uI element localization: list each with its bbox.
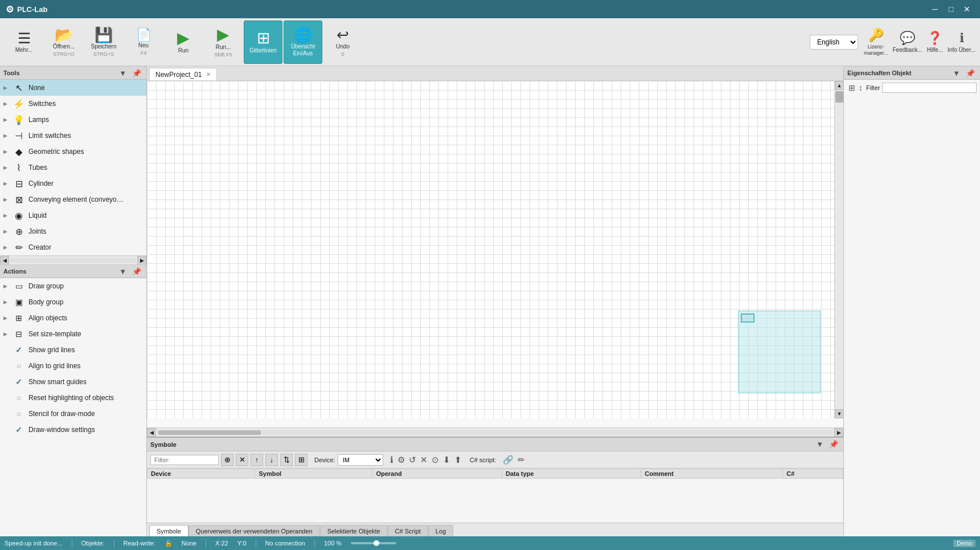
hscroll-right[interactable]: ▶ [834,428,843,437]
sym-device-select[interactable]: IM CPU IO [338,454,383,466]
right-panel-collapse[interactable]: ▼ [951,68,962,78]
undo-button[interactable]: ↩ Undo 0 [323,21,362,64]
tool-item-conveying[interactable]: ▶ ⊠ Conveying element (conveyor belt, ai… [0,192,146,207]
tool-item-none[interactable]: ▶ ↖ None [0,80,146,96]
btab-querverweis[interactable]: Querverweis der verwendeten Operanden [188,525,320,536]
tool-item-cylinder[interactable]: ▶ ⊟ Cylinder [0,176,146,192]
info-button[interactable]: ℹ Info Über... [948,31,975,53]
gitterlinien-button[interactable]: ⊞ Gitterlinien [244,21,282,64]
zoom-slider [351,542,396,544]
tools-collapse-button[interactable]: ▼ [117,68,128,78]
prop-sort-icons: ⊞ ↕ [847,82,864,93]
tool-item-creator[interactable]: ▶ ✏ Creator [0,239,146,255]
speichern-button[interactable]: 💾 Speichern STRG+S [84,21,123,64]
oeffnen-button[interactable]: 📂 Öffnen... STRG+O [44,21,83,64]
sym-sort-button[interactable]: ⇅ [280,454,293,466]
uebersicht-button[interactable]: 🌐 Übersicht Ein/Aus [284,21,322,64]
action-align-objects[interactable]: ▶ ⊞ Align objects [0,310,146,326]
canvas-tab-close[interactable]: ✕ [206,71,211,78]
language-selector[interactable]: English Deutsch Français Español [810,35,858,50]
sym-cancel-icon[interactable]: ✕ [419,454,429,466]
hscroll-thumb[interactable] [158,430,261,435]
sym-settings2-icon[interactable]: ⊙ [430,454,440,466]
action-show-smart[interactable]: Show smart guides [0,374,146,390]
run-button[interactable]: ▶ Run [164,21,203,64]
tools-hscroll-track[interactable] [10,258,136,263]
lizenz-button[interactable]: 🔑 Lizenz-manager... [864,28,888,56]
minimize-button[interactable]: ─ [928,2,942,17]
symbole-pin-button[interactable]: 📌 [827,439,840,449]
symbole-collapse-button[interactable]: ▼ [814,439,825,449]
vscroll-down[interactable]: ▼ [835,409,843,418]
sym-down-button[interactable]: ↓ [265,454,278,466]
canvas-container[interactable]: ▲ ▼ [147,81,843,427]
btab-log[interactable]: Log [428,525,453,536]
tool-item-tubes[interactable]: ▶ ⌇ Tubes [0,160,146,176]
action-align-grid[interactable]: Align to grid lines [0,358,146,374]
action-draw-window[interactable]: Draw-window settings [0,422,146,438]
run-icon: ▶ [177,30,190,46]
sym-refresh-icon[interactable]: ↺ [408,454,417,466]
tools-hscroll-left[interactable]: ◀ [0,256,9,265]
tool-item-geometric-shapes[interactable]: ▶ ◆ Geometric shapes [0,144,146,160]
btab-cscript[interactable]: C# Script [388,525,428,536]
speichern-shortcut: STRG+S [93,51,114,57]
vscroll-up[interactable]: ▲ [835,81,843,90]
action-reset-highlight[interactable]: Reset highlighting of objects [0,390,146,406]
hilfe-button[interactable]: ❓ Hilfe... [927,31,943,53]
symbole-title: Symbole [150,441,177,448]
cscript-link-icon[interactable]: 🔗 [502,454,515,466]
mehr-button[interactable]: ☰ Mehr... [5,21,43,64]
sym-up-button[interactable]: ↑ [251,454,263,466]
actions-collapse-button[interactable]: ▼ [117,267,128,276]
show-smart-icon [13,376,25,388]
hscroll-left[interactable]: ◀ [147,428,156,437]
cscript-edit-icon[interactable]: ✏ [516,454,526,466]
maximize-button[interactable]: □ [944,2,958,17]
prop-grid-icon[interactable]: ⊞ [847,82,856,93]
vscroll-track[interactable] [835,90,843,409]
viewport-indicator [738,311,821,393]
tools-pin-button[interactable]: 📌 [130,68,143,78]
neu-button[interactable]: 📄 Neu F4 [124,21,163,64]
app-icon: ⚙ [6,4,14,15]
action-body-group[interactable]: ▶ ▣ Body group [0,294,146,310]
tool-item-lamps[interactable]: ▶ 💡 Lamps [0,112,146,128]
tool-item-limit-switches[interactable]: ▶ ⊣ Limit switches [0,128,146,144]
zoom-thumb[interactable] [374,540,379,546]
btab-symbole[interactable]: Symbole [149,525,188,536]
tool-item-joints[interactable]: ▶ ⊕ Joints [0,223,146,239]
action-show-grid[interactable]: Show grid lines [0,342,146,358]
action-set-size[interactable]: ▶ ⊟ Set size-template [0,326,146,342]
actions-section: Actions ▼ 📌 ▶ ▭ Draw group ▶ ▣ Body grou… [0,264,146,536]
prop-az-icon[interactable]: ↕ [858,82,864,93]
action-draw-group[interactable]: ▶ ▭ Draw group [0,278,146,294]
sym-info-icon[interactable]: ℹ [389,454,395,466]
zoom-track[interactable] [351,542,396,544]
run2-button[interactable]: ▶ Run... Shift F5 [204,21,243,64]
canvas-tab[interactable]: NewProject_01 ✕ [149,68,217,80]
language-area: English Deutsch Français Español [810,35,858,50]
action-stencil[interactable]: Stencil for draw-mode [0,406,146,422]
actions-pin-button[interactable]: 📌 [130,267,143,276]
sym-download-icon[interactable]: ⬇ [442,454,452,466]
btab-selektierte[interactable]: Selektierte Objekte [320,525,388,536]
right-panel-pin[interactable]: 📌 [964,68,977,78]
feedback-button[interactable]: 💬 Feedback... [892,31,922,53]
vscroll-thumb[interactable] [835,91,843,103]
tools-list: ▶ ↖ None ▶ ⚡ Switches ▶ 💡 Lamps ▶ ⊣ [0,80,146,255]
align-objects-label: Align objects [28,314,67,322]
sym-delete-button[interactable]: ✕ [236,454,248,466]
hscroll-track[interactable] [157,430,833,435]
symbole-filter-input[interactable] [150,455,219,465]
tool-item-switches[interactable]: ▶ ⚡ Switches [0,96,146,112]
sym-import-button[interactable]: ⊞ [295,454,307,466]
close-button[interactable]: ✕ [960,2,974,17]
prop-filter-input[interactable] [882,83,977,93]
tools-hscroll-right[interactable]: ▶ [137,256,146,265]
oeffnen-label: Öffnen... [53,43,75,50]
tool-item-liquid[interactable]: ▶ ◉ Liquid [0,207,146,223]
sym-upload-icon[interactable]: ⬆ [453,454,463,466]
sym-gear-icon[interactable]: ⚙ [396,454,406,466]
sym-add-button[interactable]: ⊕ [221,454,233,466]
